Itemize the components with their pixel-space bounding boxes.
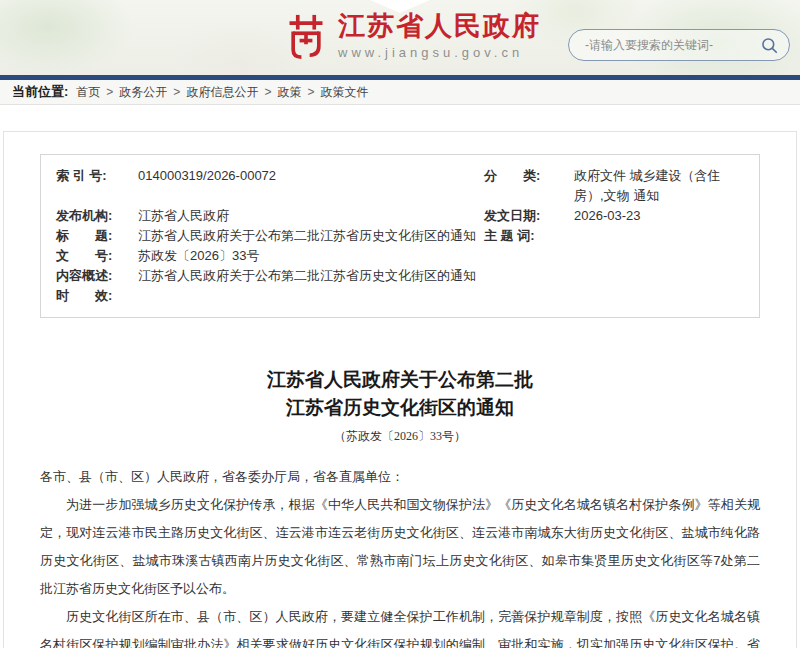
meta-label-empty — [484, 286, 570, 306]
page: 江苏省人民政府 www.jiangsu.gov.cn 当前位置: 首页 > 政务… — [0, 0, 800, 648]
meta-value-index-no: 014000319/2026-00072 — [138, 166, 480, 206]
meta-label-empty — [484, 266, 570, 286]
meta-value-doc-no: 苏政发〔2026〕33号 — [138, 246, 480, 266]
breadcrumb-link-gov-info[interactable]: 政府信息公开 — [186, 84, 258, 101]
meta-label-empty — [484, 246, 570, 266]
meta-value-empty — [574, 286, 744, 306]
meta-value-empty — [574, 246, 744, 266]
document-title-line2: 江苏省历史文化街区的通知 — [286, 397, 514, 418]
meta-label-keywords: 主 题 词: — [484, 226, 570, 246]
meta-label-validity: 时 效: — [56, 286, 134, 306]
site-url: www.jiangsu.gov.cn — [338, 45, 541, 60]
search-button[interactable] — [760, 36, 779, 55]
breadcrumb-link-gov-affairs[interactable]: 政务公开 — [119, 84, 167, 101]
meta-value-empty — [574, 266, 744, 286]
meta-value-issue-date: 2026-03-23 — [574, 206, 744, 226]
meta-value-category: 政府文件 城乡建设（含住房）,文物 通知 — [574, 166, 744, 206]
search-input[interactable] — [583, 37, 760, 53]
breadcrumb-link-policy[interactable]: 政策 — [277, 84, 301, 101]
meta-label-title: 标 题: — [56, 226, 134, 246]
content-frame: 索 引 号: 014000319/2026-00072 分 类: 政府文件 城乡… — [3, 131, 797, 648]
document-meta-box: 索 引 号: 014000319/2026-00072 分 类: 政府文件 城乡… — [40, 154, 760, 318]
document-title-line1: 江苏省人民政府关于公布第二批 — [267, 369, 533, 390]
breadcrumb-separator: > — [106, 85, 113, 99]
breadcrumb-label: 当前位置: — [12, 83, 68, 101]
meta-value-summary: 江苏省人民政府关于公布第二批江苏省历史文化街区的通知 — [138, 266, 480, 286]
meta-label-category: 分 类: — [484, 166, 570, 206]
site-header: 江苏省人民政府 www.jiangsu.gov.cn — [0, 0, 800, 75]
site-search — [568, 29, 790, 61]
breadcrumb-separator: > — [307, 85, 314, 99]
search-icon — [760, 36, 779, 55]
document-title: 江苏省人民政府关于公布第二批 江苏省历史文化街区的通知 — [40, 366, 760, 421]
breadcrumb-separator: > — [264, 85, 271, 99]
document-salutation: 各市、县（市、区）人民政府，省各委办厅局，省各直属单位： — [40, 463, 760, 491]
document-article: 江苏省人民政府关于公布第二批 江苏省历史文化街区的通知 （苏政发〔2026〕33… — [40, 366, 760, 648]
site-title: 江苏省人民政府 — [338, 12, 541, 42]
meta-label-index-no: 索 引 号: — [56, 166, 134, 206]
meta-label-issuer: 发布机构: — [56, 206, 134, 226]
breadcrumb-link-home[interactable]: 首页 — [76, 84, 100, 101]
site-logo[interactable]: 江苏省人民政府 www.jiangsu.gov.cn — [284, 11, 541, 61]
document-paragraph: 历史文化街区所在市、县（市、区）人民政府，要建立健全保护工作机制，完善保护规章制… — [40, 603, 760, 648]
document-paragraph: 为进一步加强城乡历史文化保护传承，根据《中华人民共和国文物保护法》《历史文化名城… — [40, 491, 760, 603]
meta-value-keywords — [574, 226, 744, 246]
breadcrumb-separator: > — [173, 85, 180, 99]
breadcrumb: 当前位置: 首页 > 政务公开 > 政府信息公开 > 政策 > 政策文件 — [0, 80, 800, 105]
document-body: 各市、县（市、区）人民政府，省各委办厅局，省各直属单位： 为进一步加强城乡历史文… — [40, 463, 760, 648]
document-number: （苏政发〔2026〕33号） — [40, 428, 760, 445]
meta-label-summary: 内容概述: — [56, 266, 134, 286]
meta-label-doc-no: 文 号: — [56, 246, 134, 266]
meta-value-issuer: 江苏省人民政府 — [138, 206, 480, 226]
meta-value-validity — [138, 286, 480, 306]
jiangsu-seal-icon — [284, 11, 328, 61]
breadcrumb-link-policy-docs[interactable]: 政策文件 — [320, 84, 368, 101]
meta-value-title: 江苏省人民政府关于公布第二批江苏省历史文化街区的通知 — [138, 226, 480, 246]
meta-label-issue-date: 发文日期: — [484, 206, 570, 226]
